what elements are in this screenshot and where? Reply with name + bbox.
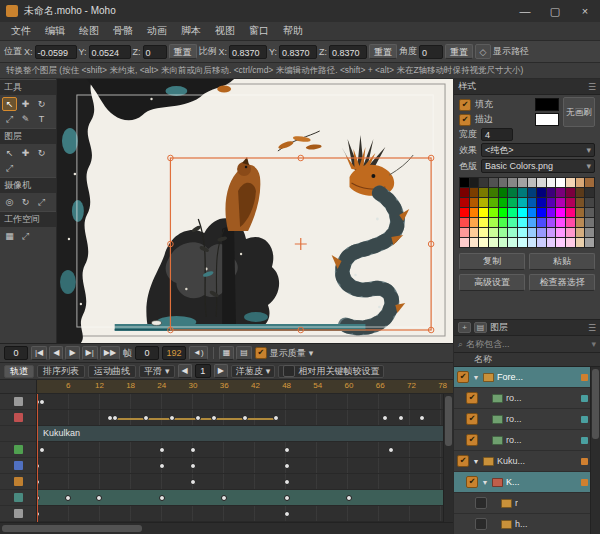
keyframe-f74[interactable]: [419, 415, 425, 421]
swatch-3-7[interactable]: [528, 208, 537, 217]
draw-tool[interactable]: ✎: [18, 112, 33, 126]
swatch-0-12[interactable]: [576, 178, 585, 187]
swatch-3-9[interactable]: [547, 208, 556, 217]
fill-checkbox[interactable]: ✔: [459, 99, 471, 111]
swatch-4-2[interactable]: [479, 218, 488, 227]
playhead[interactable]: [37, 394, 38, 522]
swatch-2-5[interactable]: [508, 198, 517, 207]
keyframe-f1[interactable]: [39, 447, 45, 453]
angle-input[interactable]: 0: [419, 45, 443, 59]
minimize-button[interactable]: —: [510, 0, 540, 22]
position-reset-button[interactable]: 重置: [169, 44, 197, 59]
step-back-button[interactable]: ◀: [49, 346, 63, 360]
swatch-5-2[interactable]: [479, 228, 488, 237]
swatch-6-3[interactable]: [489, 238, 498, 247]
angle-reset-button[interactable]: 重置: [445, 44, 473, 59]
pos-z-input[interactable]: 0: [143, 45, 167, 59]
swatch-3-13[interactable]: [585, 208, 594, 217]
swatch-2-8[interactable]: [537, 198, 546, 207]
swatch-5-0[interactable]: [460, 228, 469, 237]
swatch-6-8[interactable]: [537, 238, 546, 247]
swatch-4-6[interactable]: [518, 218, 527, 227]
keyframe-f70[interactable]: [398, 415, 404, 421]
swatch-4-13[interactable]: [585, 218, 594, 227]
current-frame-input[interactable]: 0: [4, 346, 28, 360]
swatch-0-4[interactable]: [499, 178, 508, 187]
swatch-2-13[interactable]: [585, 198, 594, 207]
step-forward-button[interactable]: ▶|: [82, 346, 98, 360]
swatches-select[interactable]: Basic Colors.png ▾: [481, 159, 595, 173]
layer-row-1[interactable]: ✔ro...: [454, 388, 590, 409]
swatch-3-10[interactable]: [556, 208, 565, 217]
swatch-4-11[interactable]: [566, 218, 575, 227]
menu-item-1[interactable]: 编辑: [38, 24, 72, 38]
keyframe-f26[interactable]: [169, 415, 175, 421]
scale-z-input[interactable]: 0.8370: [329, 45, 367, 59]
swatch-1-13[interactable]: [585, 188, 594, 197]
swatch-3-12[interactable]: [576, 208, 585, 217]
swatch-3-6[interactable]: [518, 208, 527, 217]
timeline-ruler[interactable]: 6121824303642485460667278: [0, 380, 453, 394]
swatch-5-7[interactable]: [528, 228, 537, 237]
range-end-input[interactable]: 192: [162, 346, 186, 360]
stroke-width-input[interactable]: 4: [481, 128, 513, 141]
expander-icon[interactable]: ▼: [472, 458, 480, 465]
swatch-1-9[interactable]: [547, 188, 556, 197]
swatch-6-10[interactable]: [556, 238, 565, 247]
swatch-2-2[interactable]: [479, 198, 488, 207]
swatch-1-12[interactable]: [576, 188, 585, 197]
swatch-5-12[interactable]: [576, 228, 585, 237]
swatch-3-8[interactable]: [537, 208, 546, 217]
swatch-2-10[interactable]: [556, 198, 565, 207]
timeline-rows-toggle[interactable]: ▤: [236, 346, 252, 360]
swatch-1-8[interactable]: [537, 188, 546, 197]
swatch-4-12[interactable]: [576, 218, 585, 227]
menu-item-8[interactable]: 帮助: [276, 24, 310, 38]
swatch-1-0[interactable]: [460, 188, 469, 197]
swatch-3-4[interactable]: [499, 208, 508, 217]
swatch-1-4[interactable]: [499, 188, 508, 197]
paste-style-button[interactable]: 粘贴: [529, 253, 595, 270]
swatch-2-7[interactable]: [528, 198, 537, 207]
keyframe-f40[interactable]: [242, 415, 248, 421]
transform-tool[interactable]: ↖: [2, 97, 17, 111]
new-layer-button[interactable]: +: [458, 322, 471, 333]
swatch-5-4[interactable]: [499, 228, 508, 237]
layers-menu-icon[interactable]: ☰: [588, 323, 596, 333]
show-path-icon[interactable]: ◇: [475, 44, 491, 59]
keyframe-f67[interactable]: [382, 415, 388, 421]
swatch-0-6[interactable]: [518, 178, 527, 187]
layer-visibility-checkbox[interactable]: ✔: [466, 434, 478, 446]
swatch-4-9[interactable]: [547, 218, 556, 227]
swatch-2-3[interactable]: [489, 198, 498, 207]
layer-row-7[interactable]: h...: [454, 514, 590, 534]
camera-zoom-tool[interactable]: ⤢: [34, 195, 49, 209]
scale-tool[interactable]: ⤢: [2, 112, 17, 126]
keyframe-f1[interactable]: [39, 399, 45, 405]
keyframe-f46[interactable]: [273, 415, 279, 421]
canvas[interactable]: [57, 79, 453, 343]
swatch-3-1[interactable]: [470, 208, 479, 217]
pos-x-input[interactable]: -0.0599: [35, 45, 77, 59]
layer-row-5[interactable]: ✔▼K...: [454, 472, 590, 493]
swatch-4-3[interactable]: [489, 218, 498, 227]
menu-item-4[interactable]: 动画: [140, 24, 174, 38]
translate-points-tool[interactable]: ✚: [18, 97, 33, 111]
tab-motion-curves[interactable]: 运动曲线: [88, 365, 136, 378]
swatch-6-5[interactable]: [508, 238, 517, 247]
swatch-1-1[interactable]: [470, 188, 479, 197]
timeline-ruler-track[interactable]: 6121824303642485460667278: [37, 380, 453, 393]
expander-icon[interactable]: ▼: [472, 374, 480, 381]
swatch-3-3[interactable]: [489, 208, 498, 217]
keyframe-f30[interactable]: [190, 479, 196, 485]
keyframe-f31[interactable]: [195, 415, 201, 421]
swatch-1-5[interactable]: [508, 188, 517, 197]
keyframe-f36[interactable]: [221, 495, 227, 501]
step-increase-button[interactable]: ▶: [214, 364, 228, 378]
layer-visibility-checkbox[interactable]: [475, 518, 487, 530]
expander-icon[interactable]: ▼: [481, 479, 489, 486]
layer-row-3[interactable]: ✔ro...: [454, 430, 590, 451]
style-menu-icon[interactable]: ☰: [588, 82, 596, 92]
keyframe-f24[interactable]: [159, 463, 165, 469]
keyframe-f48[interactable]: [284, 495, 290, 501]
